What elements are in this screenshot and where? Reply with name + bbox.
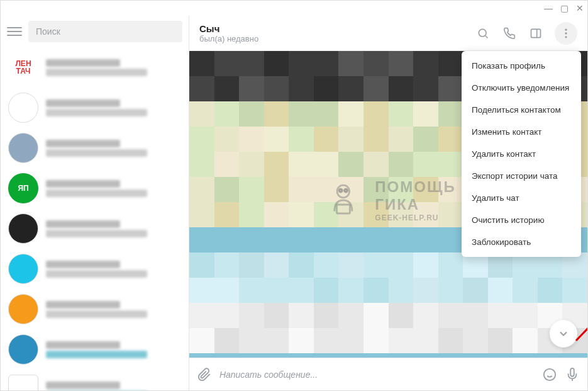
avatar [8, 213, 38, 244]
chat-list-item[interactable] [1, 128, 189, 168]
chat-status: был(а) недавно [199, 34, 475, 43]
chat-item-info [46, 259, 181, 280]
menu-item[interactable]: Удалить чат [462, 187, 581, 209]
chat-list-item[interactable] [1, 329, 189, 370]
menu-item[interactable]: Экспорт истории чата [462, 165, 581, 187]
chat-list-item[interactable] [1, 370, 189, 390]
chat-item-info [46, 178, 181, 199]
chat-list-item[interactable] [1, 249, 189, 289]
window-titlebar: — ▢ ✕ [1, 1, 587, 16]
window-close-button[interactable]: ✕ [576, 3, 584, 13]
svg-line-1 [485, 35, 488, 38]
chat-panel: Сыч был(а) недавно [189, 16, 587, 390]
chat-list-item[interactable] [1, 289, 189, 329]
menu-item[interactable]: Изменить контакт [462, 121, 581, 143]
menu-item[interactable]: Удалить контакт [462, 143, 581, 165]
window-maximize-button[interactable]: ▢ [560, 3, 569, 13]
svg-point-12 [544, 368, 555, 380]
chat-header: Сыч был(а) недавно [189, 16, 587, 51]
search-field[interactable] [28, 21, 182, 42]
context-menu: Показать профильОтключить уведомленияПод… [462, 51, 581, 257]
chat-item-info [46, 57, 181, 78]
menu-item[interactable]: Поделиться контактом [462, 99, 581, 121]
window-minimize-button[interactable]: — [544, 3, 553, 13]
more-icon[interactable] [555, 22, 577, 45]
emoji-icon[interactable] [542, 367, 557, 382]
chat-list-item[interactable] [1, 88, 189, 128]
avatar [8, 93, 38, 123]
avatar [8, 334, 38, 365]
chat-item-info [46, 138, 181, 159]
chat-item-info [46, 339, 181, 360]
menu-item[interactable]: Очистить историю [462, 209, 581, 231]
avatar: ЛЕН ТАЧ [8, 52, 38, 82]
chat-item-info [46, 380, 181, 391]
menu-item[interactable]: Заблокировать [462, 231, 581, 253]
avatar [8, 294, 38, 324]
compose-bar [189, 358, 587, 390]
chat-item-info [46, 98, 181, 118]
attach-icon[interactable] [197, 367, 212, 382]
chat-list-item[interactable] [1, 208, 189, 249]
avatar [8, 375, 38, 390]
compose-input[interactable] [219, 370, 535, 380]
sidebar-toggle-icon[interactable] [528, 26, 543, 41]
svg-rect-2 [531, 29, 541, 37]
chat-list-item[interactable]: ЯП [1, 168, 189, 208]
svg-point-4 [565, 28, 567, 30]
chat-item-info [46, 218, 181, 239]
avatar [8, 133, 38, 163]
menu-icon[interactable] [7, 24, 22, 39]
sidebar: ЛЕН ТАЧЯП [1, 16, 189, 390]
svg-point-0 [479, 29, 486, 37]
svg-point-6 [565, 36, 567, 38]
search-icon[interactable] [475, 26, 491, 41]
mic-icon[interactable] [565, 367, 580, 382]
menu-item[interactable]: Показать профиль [462, 55, 581, 77]
chat-list-item[interactable]: ЛЕН ТАЧ [1, 47, 189, 88]
chat-item-info [46, 299, 181, 320]
svg-point-5 [565, 32, 567, 34]
menu-item[interactable]: Отключить уведомления [462, 77, 581, 99]
avatar [8, 254, 38, 284]
avatar: ЯП [8, 173, 38, 203]
search-input[interactable] [36, 26, 175, 37]
call-icon[interactable] [502, 26, 517, 41]
chat-title: Сыч [199, 23, 475, 34]
chat-list[interactable]: ЛЕН ТАЧЯП [1, 47, 189, 390]
scroll-down-button[interactable] [550, 320, 577, 348]
